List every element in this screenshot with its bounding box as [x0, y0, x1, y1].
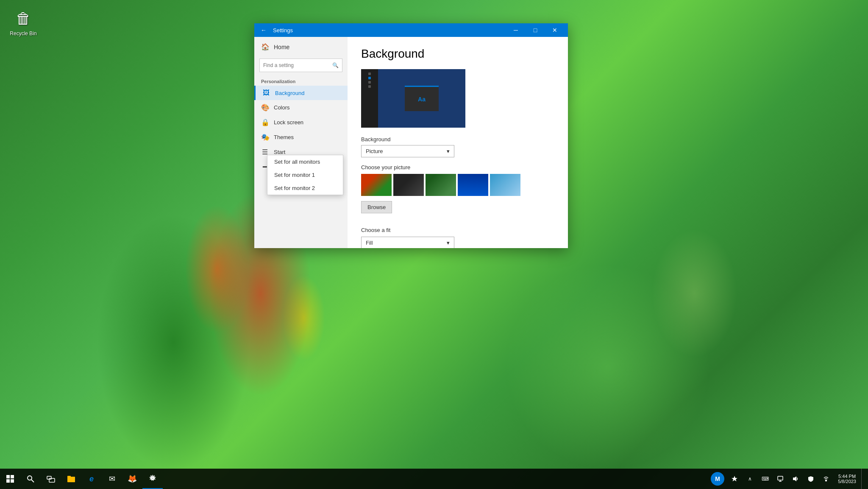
picture-thumb-3[interactable] — [426, 174, 456, 196]
background-dropdown[interactable]: Picture ▾ — [361, 145, 454, 157]
sim-icon-1 — [368, 73, 371, 75]
svg-rect-11 — [778, 476, 783, 480]
close-button[interactable]: ✕ — [545, 23, 565, 37]
picture-gallery — [361, 174, 554, 196]
sidebar-section-label: Personalization — [254, 75, 348, 86]
svg-rect-3 — [11, 479, 14, 483]
title-bar: ← Settings ─ □ ✕ — [254, 23, 568, 37]
sim-icon-2 — [368, 77, 371, 79]
window-content: 🏠 Home 🔍 Personalization 🖼 Background 🎨 … — [254, 37, 568, 248]
picture-thumb-4[interactable] — [458, 174, 488, 196]
tray-up-arrow[interactable]: ∧ — [743, 469, 757, 489]
maximize-button[interactable]: □ — [526, 23, 545, 37]
sidebar-item-themes[interactable]: 🎭 Themes — [254, 130, 348, 145]
sim-window: Aa — [405, 86, 439, 111]
sidebar-colors-label: Colors — [274, 104, 290, 111]
choose-picture-label: Choose your picture — [361, 164, 554, 170]
main-content: Background Aa — [348, 37, 568, 248]
svg-marker-14 — [793, 476, 796, 481]
tray-network-icon[interactable] — [773, 469, 787, 489]
picture-thumb-5[interactable] — [490, 174, 520, 196]
svg-rect-0 — [6, 475, 10, 478]
monitor-desktop-sim: Aa — [378, 69, 465, 128]
sidebar-start-label: Start — [274, 149, 285, 155]
sim-icon-3 — [368, 81, 371, 84]
page-title: Background — [361, 47, 554, 61]
taskbar-search-button[interactable] — [20, 469, 41, 489]
search-icon: 🔍 — [332, 62, 339, 68]
minimize-button[interactable]: ─ — [506, 23, 526, 37]
system-clock[interactable]: 5:44 PM 5/8/2023 — [835, 469, 860, 489]
start-button[interactable] — [0, 469, 20, 489]
monitor-taskbar-sim — [361, 69, 378, 128]
svg-rect-9 — [67, 476, 71, 478]
window-title: Settings — [273, 27, 506, 34]
fit-dropdown[interactable]: Fill ▾ — [361, 237, 454, 248]
sidebar-themes-label: Themes — [274, 134, 294, 140]
tray-speaker-icon[interactable] — [789, 469, 802, 489]
clock-date: 5/8/2023 — [838, 479, 856, 484]
sidebar-search-box[interactable]: 🔍 — [259, 59, 342, 72]
clock-time: 5:44 PM — [838, 474, 856, 479]
tray-shield-icon[interactable] — [804, 469, 818, 489]
system-tray: M ∧ ⌨ — [709, 469, 868, 489]
taskbar-apps: e ✉ 🦊 — [61, 469, 709, 489]
tray-keyboard-icon[interactable]: ⌨ — [758, 469, 772, 489]
svg-line-5 — [31, 480, 34, 482]
search-input[interactable] — [263, 62, 332, 68]
sidebar-item-home[interactable]: 🏠 Home — [254, 39, 348, 55]
svg-point-15 — [826, 480, 827, 481]
task-view-button[interactable] — [41, 469, 61, 489]
svg-point-4 — [28, 476, 32, 480]
choose-fit-label: Choose a fit — [361, 227, 554, 233]
window-controls: ─ □ ✕ — [506, 23, 565, 37]
picture-thumb-1[interactable] — [361, 174, 392, 196]
home-icon: 🏠 — [261, 43, 269, 51]
taskbar-app-mail[interactable]: ✉ — [102, 469, 122, 489]
sidebar-lock-screen-label: Lock screen — [274, 119, 303, 126]
sidebar-background-label: Background — [275, 90, 304, 96]
taskbar-app-file-explorer[interactable] — [61, 469, 81, 489]
sidebar-item-colors[interactable]: 🎨 Colors — [254, 100, 348, 115]
settings-window: ← Settings ─ □ ✕ 🏠 Home 🔍 Personaliz — [254, 23, 568, 248]
background-form-group: Background Picture ▾ — [361, 136, 554, 157]
svg-rect-2 — [6, 479, 10, 483]
show-desktop-button[interactable] — [861, 469, 865, 489]
background-dropdown-chevron: ▾ — [447, 148, 450, 154]
taskbar-app-settings[interactable] — [142, 469, 163, 489]
sidebar-home-label: Home — [274, 44, 289, 50]
sidebar: 🏠 Home 🔍 Personalization 🖼 Background 🎨 … — [254, 37, 348, 248]
monitor-preview: Aa — [361, 69, 465, 128]
sidebar-item-background[interactable]: 🖼 Background — [254, 86, 348, 100]
fit-dropdown-chevron: ▾ — [447, 240, 450, 246]
choose-fit-group: Choose a fit Fill ▾ — [361, 227, 554, 248]
desktop: 🗑 Recycle Bin ← Settings ─ □ ✕ 🏠 Home — [0, 0, 868, 489]
background-icon: 🖼 — [262, 89, 270, 97]
monitor-preview-inner: Aa — [361, 69, 465, 128]
recycle-bin-icon: 🗑 — [13, 8, 33, 29]
taskbar-app-edge[interactable]: e — [81, 469, 102, 489]
background-dropdown-label: Background — [361, 136, 554, 143]
browse-button[interactable]: Browse — [361, 201, 392, 213]
background-dropdown-value: Picture — [366, 148, 383, 154]
recycle-bin-label: Recycle Bin — [10, 31, 36, 36]
themes-icon: 🎭 — [261, 133, 269, 141]
sidebar-item-lock-screen[interactable]: 🔒 Lock screen — [254, 115, 348, 130]
lock-screen-icon: 🔒 — [261, 118, 269, 126]
recycle-bin[interactable]: 🗑 Recycle Bin — [8, 8, 38, 36]
sim-icon-4 — [368, 85, 371, 88]
choose-picture-group: Choose your picture Browse — [361, 164, 554, 220]
back-button[interactable]: ← — [258, 24, 270, 36]
tray-pin-icon[interactable] — [728, 469, 741, 489]
picture-thumb-2[interactable] — [393, 174, 424, 196]
svg-rect-1 — [11, 475, 14, 478]
taskbar-app-firefox[interactable]: 🦊 — [122, 469, 142, 489]
fit-dropdown-value: Fill — [366, 240, 373, 246]
tray-network-wifi-icon[interactable] — [819, 469, 833, 489]
taskbar: e ✉ 🦊 M ∧ ⌨ — [0, 469, 868, 489]
tray-avatar[interactable]: M — [711, 472, 724, 486]
colors-icon: 🎨 — [261, 103, 269, 112]
